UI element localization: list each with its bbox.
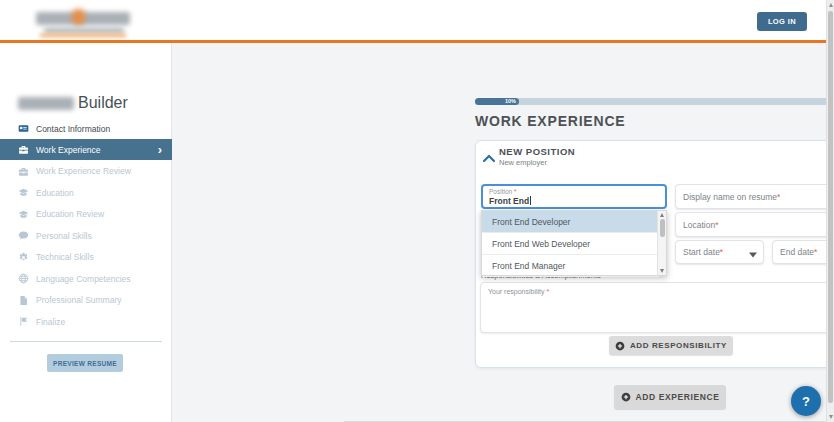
flag-icon [18, 316, 29, 327]
display-name-input[interactable]: Display name on resume * [675, 184, 834, 209]
required-asterisk: * [777, 192, 780, 202]
sidebar-item-finalize: Finalize [0, 311, 172, 332]
dropdown-scrollbar[interactable] [657, 211, 666, 275]
required-asterisk: * [514, 188, 517, 195]
sidebar-item-personal-skills: Personal Skills [0, 225, 172, 246]
scroll-down-icon[interactable] [660, 269, 664, 273]
logo-underline [40, 34, 126, 37]
sidebar-item-label: Education Review [36, 209, 104, 219]
redacted-brand-word [18, 97, 74, 110]
scroll-up-icon[interactable] [829, 3, 833, 7]
dropdown-scroll-thumb[interactable] [660, 219, 665, 237]
page-scroll-thumb[interactable] [828, 11, 833, 403]
sidebar-item-label: Education [36, 188, 74, 198]
main-content: 10% WORK EXPERIENCE NEW POSITION New emp… [172, 43, 826, 422]
chevron-down-icon [749, 250, 757, 256]
required-asterisk: * [547, 288, 550, 295]
location-input[interactable]: Location * [675, 212, 834, 237]
add-experience-button[interactable]: ADD EXPERIENCE [614, 385, 726, 409]
log-in-button[interactable]: LOG IN [757, 12, 807, 31]
autocomplete-option[interactable]: Front End Developer [482, 211, 659, 233]
sidebar-item-professional-summary: Professional Summary [0, 290, 172, 311]
chevron-right-icon: › [158, 139, 162, 160]
sidebar-item-label: Work Experience Review [36, 166, 131, 176]
scroll-down-icon[interactable] [829, 415, 833, 419]
header-accent-rule [0, 40, 826, 43]
briefcase-icon [18, 166, 29, 177]
sidebar: Builder Contact Information Work Experie… [0, 43, 172, 422]
id-card-icon [18, 123, 29, 134]
page-title: WORK EXPERIENCE [475, 113, 625, 129]
sidebar-item-education-review: Education Review [0, 204, 172, 225]
sidebar-title-text: Builder [78, 94, 128, 112]
sidebar-item-education: Education [0, 182, 172, 203]
text-cursor [530, 196, 531, 205]
resume-builder-app: LOG IN Builder Contact Information Work … [0, 0, 834, 422]
redacted-logo-tagline [44, 28, 124, 33]
sidebar-item-technical-skills: Technical Skills [0, 247, 172, 268]
sidebar-item-label: Work Experience [36, 145, 101, 155]
globe-icon [18, 273, 29, 284]
add-responsibility-button[interactable]: ADD RESPONSIBILITY [609, 336, 733, 355]
autocomplete-option[interactable]: Front End Web Developer [482, 233, 659, 255]
end-date-label: End date [780, 247, 814, 257]
sidebar-item-work-experience-review: Work Experience Review [0, 161, 172, 182]
responsibility-placeholder: Your responsibility * [488, 288, 549, 295]
required-asterisk: * [814, 247, 817, 257]
sidebar-divider [10, 341, 162, 342]
end-date-select[interactable]: End date * [772, 240, 834, 264]
speech-bubble-icon [18, 230, 29, 241]
position-autocomplete-dropdown: Front End Developer Front End Web Develo… [481, 210, 667, 276]
sidebar-item-work-experience[interactable]: Work Experience › [0, 139, 172, 160]
plus-circle-icon [615, 341, 625, 351]
autocomplete-option[interactable]: Front End Manager [482, 255, 659, 277]
gear-icon [18, 252, 29, 263]
display-name-placeholder: Display name on resume [683, 192, 777, 202]
sidebar-item-contact-information[interactable]: Contact Information [0, 118, 172, 139]
scroll-up-icon[interactable] [660, 213, 664, 217]
help-button[interactable]: ? [791, 386, 821, 416]
position-input[interactable]: Position * Front End [481, 184, 667, 209]
preview-resume-button[interactable]: PREVIEW RESUME [47, 354, 123, 372]
sidebar-item-label: Personal Skills [36, 231, 92, 241]
sidebar-item-label: Professional Summary [36, 295, 122, 305]
progress-fill: 10% [475, 98, 519, 105]
graduation-cap-icon [18, 209, 29, 220]
required-asterisk: * [715, 220, 718, 230]
sidebar-title: Builder [18, 93, 128, 113]
page-scrollbar[interactable] [826, 0, 834, 422]
collapse-chevron-icon[interactable] [482, 149, 496, 159]
position-label: Position * [489, 188, 516, 195]
top-header: LOG IN [0, 0, 826, 40]
sidebar-item-label: Technical Skills [36, 252, 94, 262]
sidebar-item-label: Language Competencies [36, 274, 131, 284]
graduation-cap-icon [18, 187, 29, 198]
briefcase-icon [18, 144, 29, 155]
progress-bar: 10% [475, 98, 834, 105]
plus-circle-icon [621, 392, 631, 402]
start-date-label: Start date [683, 247, 720, 257]
logo-accent [72, 9, 85, 25]
location-placeholder: Location [683, 220, 715, 230]
card-title: NEW POSITION [499, 146, 575, 157]
required-asterisk: * [720, 247, 723, 257]
document-icon [18, 295, 29, 306]
card-subtitle: New employer [499, 158, 547, 167]
start-date-select[interactable]: Start date * [675, 240, 764, 264]
add-responsibility-label: ADD RESPONSIBILITY [630, 341, 727, 350]
add-experience-label: ADD EXPERIENCE [636, 392, 720, 402]
sidebar-item-language-competencies: Language Competencies [0, 268, 172, 289]
sidebar-item-label: Finalize [36, 317, 65, 327]
responsibility-textarea[interactable]: Your responsibility * [480, 282, 834, 333]
sidebar-item-label: Contact Information [36, 124, 110, 134]
position-value: Front End [489, 196, 531, 206]
